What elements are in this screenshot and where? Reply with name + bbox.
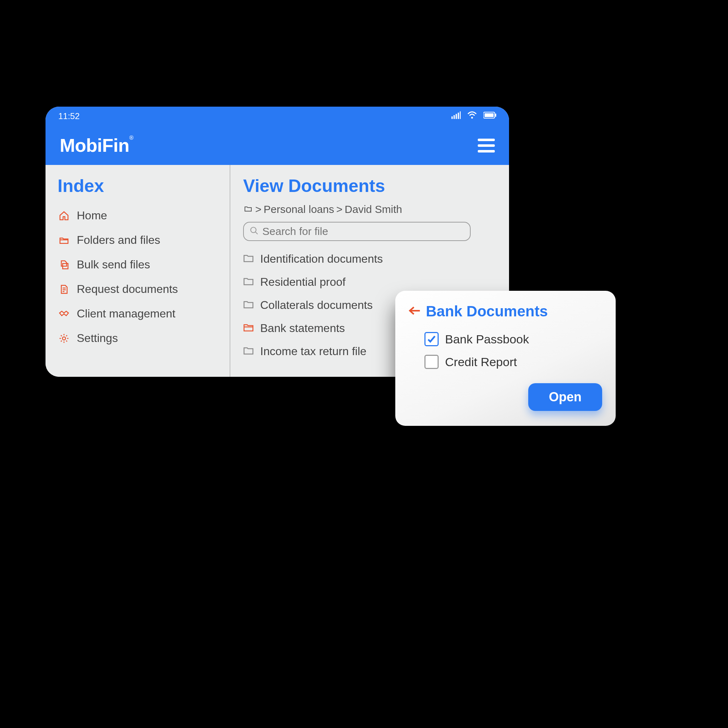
menu-button[interactable] xyxy=(478,139,495,153)
checkbox[interactable] xyxy=(424,332,439,346)
back-arrow-icon[interactable] xyxy=(409,306,421,317)
status-bar: 11:52 xyxy=(46,107,509,126)
list-item[interactable]: Residential proof xyxy=(243,271,496,294)
check-label: Credit Report xyxy=(445,355,517,369)
battery-icon xyxy=(483,111,496,121)
svg-point-5 xyxy=(471,116,473,118)
handshake-icon xyxy=(58,309,70,319)
breadcrumb-sep: > xyxy=(336,203,343,216)
search-input[interactable] xyxy=(262,225,464,237)
svg-rect-7 xyxy=(495,114,496,116)
sidebar-title: Index xyxy=(58,176,217,196)
sidebar-item-label: Bulk send files xyxy=(77,258,150,271)
sidebar-item-folders[interactable]: Folders and files xyxy=(58,228,217,252)
document-icon xyxy=(58,284,70,295)
app-bar: MobiFin® xyxy=(46,126,509,165)
status-time: 11:52 xyxy=(58,111,80,121)
folder-open-icon xyxy=(243,322,254,335)
main-title: View Documents xyxy=(243,176,496,196)
popover-card: Bank Documents Bank Passbook Credit Repo… xyxy=(395,291,616,426)
sidebar-item-label: Settings xyxy=(77,332,118,345)
sidebar-item-bulk-send[interactable]: Bulk send files xyxy=(58,252,217,277)
folder-icon xyxy=(243,203,253,216)
status-icons xyxy=(451,111,496,121)
wifi-icon xyxy=(467,111,477,121)
svg-rect-4 xyxy=(460,111,461,119)
folder-icon xyxy=(243,345,254,358)
home-icon xyxy=(58,210,70,221)
folder-open-icon xyxy=(58,235,70,246)
folder-icon xyxy=(243,252,254,266)
sidebar: Index Home Folders and files xyxy=(46,165,230,377)
folder-label: Identification documents xyxy=(260,252,383,266)
breadcrumb-seg2[interactable]: David Smith xyxy=(345,203,402,216)
sidebar-item-request-docs[interactable]: Request documents xyxy=(58,277,217,301)
sidebar-item-label: Client management xyxy=(77,307,175,320)
open-button[interactable]: Open xyxy=(528,383,602,411)
sidebar-item-label: Request documents xyxy=(77,283,178,296)
popover-title: Bank Documents xyxy=(426,303,548,320)
check-row: Bank Passbook xyxy=(409,328,602,350)
sidebar-item-label: Folders and files xyxy=(77,234,160,247)
svg-rect-1 xyxy=(454,115,455,119)
files-stack-icon xyxy=(58,260,70,270)
folder-label: Collaterals documents xyxy=(260,298,373,312)
list-item[interactable]: Identification documents xyxy=(243,248,496,271)
breadcrumb-sep: > xyxy=(255,203,262,216)
checkbox[interactable] xyxy=(424,355,439,369)
svg-rect-3 xyxy=(458,113,459,119)
folder-label: Residential proof xyxy=(260,275,346,289)
breadcrumb: > Personal loans > David Smith xyxy=(243,203,496,216)
svg-point-9 xyxy=(63,336,66,340)
sidebar-item-settings[interactable]: Settings xyxy=(58,326,217,350)
gear-icon xyxy=(58,333,70,344)
signal-icon xyxy=(451,111,461,121)
sidebar-item-home[interactable]: Home xyxy=(58,203,217,228)
folder-icon xyxy=(243,298,254,312)
svg-point-10 xyxy=(251,227,256,232)
svg-rect-0 xyxy=(451,116,453,119)
search-icon xyxy=(249,226,259,237)
search-box[interactable] xyxy=(243,222,471,241)
sidebar-item-label: Home xyxy=(77,209,107,222)
sidebar-item-client-mgmt[interactable]: Client management xyxy=(58,301,217,326)
popover-header: Bank Documents xyxy=(409,303,602,320)
folder-label: Bank statements xyxy=(260,322,345,335)
breadcrumb-seg1[interactable]: Personal loans xyxy=(264,203,334,216)
svg-rect-2 xyxy=(456,114,457,119)
folder-icon xyxy=(243,275,254,289)
check-row: Credit Report xyxy=(409,350,602,373)
nav-list: Home Folders and files Bulk send files xyxy=(58,203,217,350)
brand-logo: MobiFin® xyxy=(60,135,133,156)
check-label: Bank Passbook xyxy=(445,332,529,346)
svg-rect-8 xyxy=(485,113,493,117)
folder-label: Income tax return file xyxy=(260,345,367,358)
